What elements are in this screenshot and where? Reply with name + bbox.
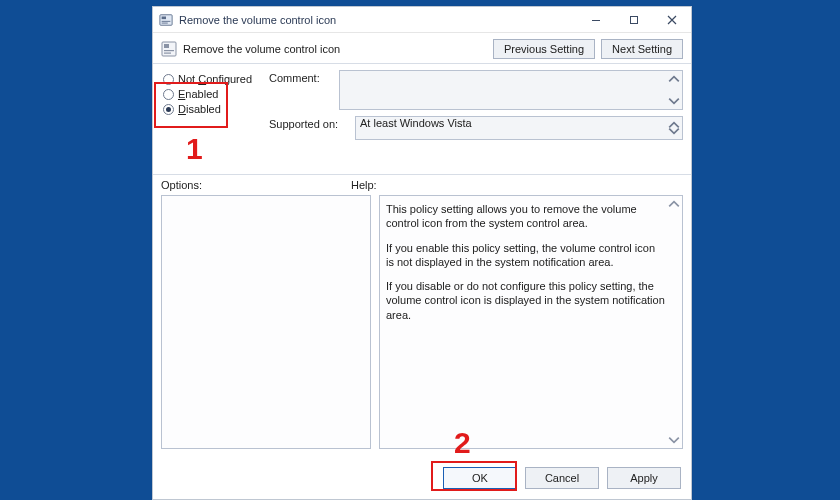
radio-enabled[interactable]: Enabled <box>163 88 263 100</box>
help-paragraph: This policy setting allows you to remove… <box>386 202 666 231</box>
chevron-up-icon[interactable] <box>668 73 680 85</box>
radio-not-configured[interactable]: Not Configured <box>163 73 263 85</box>
radio-disabled-label: Disabled <box>178 103 221 115</box>
svg-rect-3 <box>162 22 168 23</box>
help-paragraph: If you disable or do not configure this … <box>386 279 666 322</box>
supported-label: Supported on: <box>269 116 349 140</box>
supported-value: At least Windows Vista <box>356 115 476 131</box>
ok-button[interactable]: OK <box>443 467 517 489</box>
dialog-button-row: OK Cancel Apply <box>443 467 681 489</box>
policy-icon <box>161 41 177 57</box>
ok-button-label: OK <box>472 472 488 484</box>
policy-title: Remove the volume control icon <box>183 43 340 55</box>
divider <box>153 174 691 175</box>
radio-disabled[interactable]: Disabled <box>163 103 263 115</box>
radio-icon <box>163 89 174 100</box>
panes-row: This policy setting allows you to remove… <box>161 195 683 449</box>
pane-labels: Options: Help: <box>161 179 683 191</box>
radio-not-configured-label: Not Configured <box>178 73 252 85</box>
apply-button[interactable]: Apply <box>607 467 681 489</box>
titlebar: Remove the volume control icon <box>153 7 691 33</box>
policy-editor-window: Remove the volume control icon Remove th… <box>152 6 692 500</box>
help-pane: This policy setting allows you to remove… <box>379 195 683 449</box>
options-pane <box>161 195 371 449</box>
divider <box>153 63 691 64</box>
svg-rect-0 <box>160 14 172 25</box>
chevron-down-icon[interactable] <box>668 95 680 107</box>
svg-rect-5 <box>631 16 638 23</box>
svg-rect-9 <box>164 53 171 54</box>
options-label: Options: <box>161 179 341 191</box>
window-title: Remove the volume control icon <box>179 14 336 26</box>
close-button[interactable] <box>653 7 691 33</box>
supported-field: At least Windows Vista <box>355 116 683 140</box>
comment-field[interactable] <box>339 70 683 110</box>
previous-setting-button[interactable]: Previous Setting <box>493 39 595 59</box>
chevron-down-icon[interactable] <box>668 125 680 137</box>
header-row: Remove the volume control icon Previous … <box>161 39 683 59</box>
apply-button-label: Apply <box>630 472 658 484</box>
radio-icon <box>163 74 174 85</box>
radio-enabled-label: Enabled <box>178 88 218 100</box>
svg-rect-8 <box>164 50 174 51</box>
window-content: Remove the volume control icon Previous … <box>153 33 691 499</box>
next-setting-button[interactable]: Next Setting <box>601 39 683 59</box>
chevron-down-icon[interactable] <box>668 434 680 446</box>
maximize-button[interactable] <box>615 7 653 33</box>
help-label: Help: <box>351 179 683 191</box>
chevron-up-icon[interactable] <box>668 198 680 210</box>
app-icon <box>159 13 173 27</box>
comment-value <box>340 69 348 85</box>
svg-rect-4 <box>592 20 600 21</box>
help-paragraph: If you enable this policy setting, the v… <box>386 241 666 270</box>
comment-row: Comment: <box>269 70 683 110</box>
radio-icon <box>163 104 174 115</box>
svg-rect-2 <box>162 20 171 21</box>
cancel-button[interactable]: Cancel <box>525 467 599 489</box>
cancel-button-label: Cancel <box>545 472 579 484</box>
policy-state-radiogroup: Not Configured Enabled Disabled <box>163 70 263 118</box>
state-section: Not Configured Enabled Disabled Comment: <box>161 70 683 166</box>
next-setting-label: Next Setting <box>612 43 672 55</box>
comment-label: Comment: <box>269 70 333 110</box>
previous-setting-label: Previous Setting <box>504 43 584 55</box>
minimize-button[interactable] <box>577 7 615 33</box>
svg-rect-1 <box>162 16 166 19</box>
supported-row: Supported on: At least Windows Vista <box>269 116 683 140</box>
svg-rect-7 <box>164 44 169 48</box>
